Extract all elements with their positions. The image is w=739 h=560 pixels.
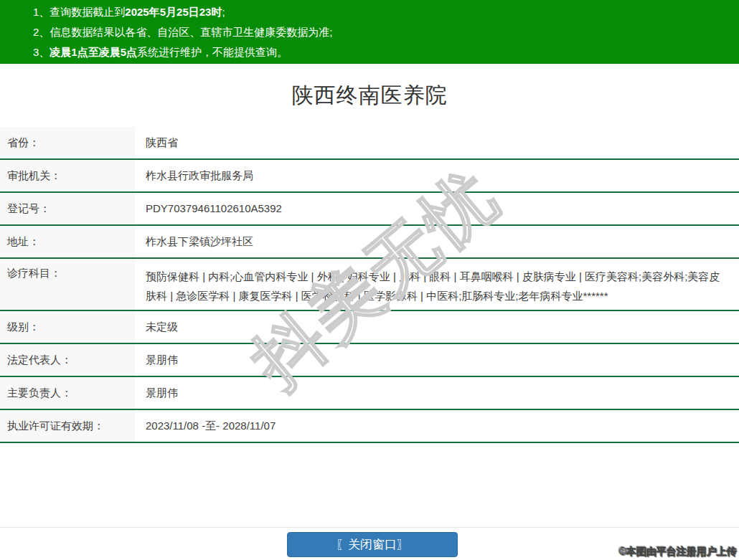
row-value: 柞水县行政审批服务局	[135, 159, 739, 192]
notice-number: 2、	[33, 26, 50, 38]
notice-number: 3、	[33, 46, 50, 58]
row-value: 柞水县下梁镇沙坪社区	[135, 225, 739, 258]
row-value: PDY70379461102610A5392	[135, 192, 739, 225]
row-value: 2023/11/08 -至- 2028/11/07	[135, 409, 739, 442]
row-label: 级别：	[0, 310, 135, 343]
row-label: 审批机关：	[0, 159, 135, 192]
table-row-license-validity: 执业许可证有效期： 2023/11/08 -至- 2028/11/07	[0, 409, 739, 442]
notice-line-1: 1、查询数据截止到2025年5月25日23时;	[33, 2, 732, 22]
row-value: 景朋伟	[135, 343, 739, 376]
notice-text: 系统进行维护，不能提供查询。	[137, 46, 288, 58]
notice-bold-text: 2025年5月25日23时	[125, 6, 222, 18]
notice-text: ;	[222, 6, 225, 18]
row-value: 陕西省	[135, 127, 739, 159]
row-label: 登记号：	[0, 192, 135, 225]
notice-bold-text: 凌晨1点至凌晨5点	[50, 46, 137, 58]
bottom-divider	[0, 527, 739, 528]
row-label: 地址：	[0, 225, 135, 258]
row-label: 主要负责人：	[0, 376, 135, 409]
row-label: 省份：	[0, 127, 135, 159]
table-row-level: 级别： 未定级	[0, 310, 739, 343]
row-label: 法定代表人：	[0, 343, 135, 376]
row-value: 景朋伟	[135, 376, 739, 409]
table-row-approval-authority: 审批机关： 柞水县行政审批服务局	[0, 159, 739, 192]
table-row-address: 地址： 柞水县下梁镇沙坪社区	[0, 225, 739, 258]
table-row-principal: 主要负责人： 景朋伟	[0, 376, 739, 409]
table-row-legal-representative: 法定代表人： 景朋伟	[0, 343, 739, 376]
notice-line-2: 2、信息数据结果以各省、自治区、直辖市卫生健康委数据为准;	[33, 22, 732, 42]
copyright-watermark: ©本图由平台注册用户上传	[619, 546, 737, 559]
table-row-registration-number: 登记号： PDY70379461102610A5392	[0, 192, 739, 225]
row-label: 诊疗科目：	[0, 258, 135, 310]
institution-info-table: 省份： 陕西省 审批机关： 柞水县行政审批服务局 登记号： PDY7037946…	[0, 127, 739, 443]
row-label: 执业许可证有效期：	[0, 409, 135, 442]
notice-number: 1、	[33, 6, 50, 18]
table-row-province: 省份： 陕西省	[0, 127, 739, 159]
notice-line-3: 3、凌晨1点至凌晨5点系统进行维护，不能提供查询。	[33, 42, 732, 62]
close-window-button[interactable]: 〖关闭窗口〗	[287, 532, 458, 557]
header-notice-banner: 1、查询数据截止到2025年5月25日23时; 2、信息数据结果以各省、自治区、…	[0, 0, 739, 64]
notice-text: 查询数据截止到	[50, 6, 125, 18]
row-value: 未定级	[135, 310, 739, 343]
notice-text: 信息数据结果以各省、自治区、直辖市卫生健康委数据为准;	[50, 26, 332, 38]
row-value: 预防保健科 | 内科;心血管内科专业 | 外科 | 妇科专业 | 儿科 | 眼科…	[135, 258, 739, 310]
title-area: 陕西终南医养院	[0, 64, 739, 127]
table-row-medical-subjects: 诊疗科目： 预防保健科 | 内科;心血管内科专业 | 外科 | 妇科专业 | 儿…	[0, 258, 739, 310]
page-title: 陕西终南医养院	[292, 81, 448, 110]
